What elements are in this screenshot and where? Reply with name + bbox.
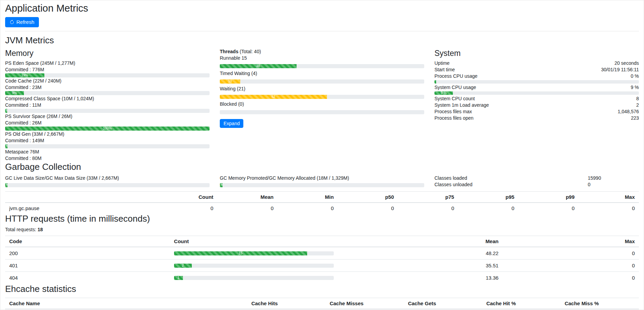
gc-pause-p75: 0	[398, 203, 458, 213]
memory-progress-track: 1%	[5, 109, 210, 113]
system-row-label: System CPU usage	[434, 84, 476, 91]
http-count-progress-track: 15	[174, 251, 334, 255]
gc-table-header-max: Max	[579, 191, 639, 203]
application-metrics-page: Application Metrics Refresh JVM Metrics …	[0, 0, 644, 309]
classes-loaded-label: Classes loaded	[434, 175, 588, 181]
thread-label: Blocked (0)	[220, 101, 424, 107]
thread-progress-track: 10	[220, 79, 424, 84]
memory-progress-bar: 9%	[5, 91, 24, 95]
total-requests-label: Total requests:	[5, 227, 36, 232]
http-count-progress-track: 1	[174, 276, 334, 280]
classes-unloaded-value: 0	[588, 181, 590, 188]
gc-promoted-progress-bar: 1%	[220, 183, 223, 187]
system-row: System 1m Load average 2	[434, 102, 639, 108]
gc-promoted-progress-track: 1%	[220, 183, 424, 187]
http-requests-heading: HTTP requests (time in milliseconds)	[5, 213, 639, 224]
http-row-200: 200 15 48.22 0	[5, 247, 639, 260]
system-row: Start time 30/01/19 11:56:11	[434, 67, 639, 73]
http-max: 0	[503, 260, 639, 272]
thread-progress-bar: 52	[220, 95, 327, 99]
system-column: System Uptime 20 seconds Start time 30/0…	[434, 48, 639, 162]
http-table-header-max: Max	[503, 236, 639, 247]
http-table-header-code: Code	[5, 236, 170, 247]
system-row-value: 1,048,576	[618, 108, 639, 115]
system-row: System CPU usage 9 %	[434, 84, 639, 91]
memory-item: PS Eden Space (245M / 1,277M) Committed …	[5, 60, 210, 77]
memory-committed: Committed : 11M	[5, 102, 210, 108]
thread-progress-track: 38	[220, 64, 424, 68]
system-row-value: 20 seconds	[614, 60, 639, 67]
gc-table-header-count: Count	[157, 191, 217, 203]
memory-progress-bar: 1%	[5, 109, 7, 113]
gc-table-header-mean: Mean	[217, 191, 277, 203]
memory-item: Code Cache (22M / 240M) Committed : 23M …	[5, 78, 210, 95]
http-mean: 13.36	[338, 272, 503, 284]
gc-table-header-min: Min	[278, 191, 338, 203]
http-code: 404	[5, 272, 170, 284]
threads-heading-bold: Threads	[220, 49, 238, 54]
gc-pause-p99: 0	[518, 203, 578, 213]
http-code: 401	[5, 260, 170, 272]
ehcache-header-cache-gets: Cache Gets	[404, 298, 482, 309]
system-heading: System	[434, 48, 639, 58]
http-count-progress-bar: 1	[174, 276, 183, 280]
system-row: Uptime 20 seconds	[434, 60, 639, 67]
http-table-header-mean: Mean	[338, 236, 503, 247]
gc-table-header-p95: p95	[458, 191, 518, 203]
memory-committed: Committed : 80M	[5, 155, 210, 162]
gc-live-data-label: GC Live Data Size/GC Max Data Size (33M …	[5, 175, 210, 181]
ehcache-header-cache-miss-pct: Cache Miss %	[560, 298, 639, 309]
system-row-value: 30/01/19 11:56:11	[601, 67, 639, 73]
memory-item: Compressed Class Space (10M / 1,024M) Co…	[5, 95, 210, 113]
http-count-progress-bar: 2	[174, 264, 192, 268]
http-count-progress-bar: 15	[174, 251, 307, 255]
system-row: Process files open 223	[434, 115, 639, 121]
refresh-button-label: Refresh	[16, 19, 34, 25]
system-cpu-progress-bar: 9 %	[434, 91, 453, 95]
memory-progress-track: 1%	[5, 144, 210, 148]
ehcache-header-cache-hit-pct: Cache Hit %	[482, 298, 561, 309]
system-row-value: 223	[631, 115, 639, 121]
gc-pause-name: jvm.gc.pause	[5, 203, 157, 213]
gc-promoted-label: GC Memory Promoted/GC Memory Allocated (…	[220, 175, 424, 181]
http-code: 200	[5, 247, 170, 260]
gc-heading: Garbage Collection	[5, 162, 639, 172]
gc-table: Count Mean Min p50 p75 p95 p99 Max jvm.g…	[5, 191, 639, 213]
gc-classes-block: Classes loaded 15990 Classes unloaded 0	[434, 175, 639, 188]
thread-item: Timed Waiting (4) 10	[220, 70, 424, 84]
system-row-value: 0 %	[631, 73, 639, 79]
gc-row: GC Live Data Size/GC Max Data Size (33M …	[5, 175, 639, 188]
memory-heading: Memory	[5, 48, 210, 58]
threads-heading-total: (Total: 40)	[238, 49, 261, 54]
classes-loaded-row: Classes loaded 15990	[434, 175, 639, 181]
gc-table-header-p50: p50	[338, 191, 398, 203]
memory-item: Metaspace 76M Committed : 80M	[5, 149, 210, 162]
system-row-label: System 1m Load average	[434, 102, 489, 108]
http-max: 0	[503, 272, 639, 284]
memory-label: PS Survivor Space (26M / 26M)	[5, 113, 210, 120]
system-row-label: Start time	[434, 67, 455, 73]
classes-unloaded-label: Classes unloaded	[434, 181, 588, 188]
memory-progress-bar: 19%	[5, 73, 44, 77]
memory-progress-track: 9%	[5, 91, 210, 95]
gc-pause-mean: 0	[217, 203, 277, 213]
thread-label: Waiting (21)	[220, 86, 424, 92]
memory-label: Metaspace 76M	[5, 149, 210, 155]
ehcache-table: Cache Name Cache Hits Cache Misses Cache…	[5, 298, 639, 309]
gc-table-header-p99: p99	[518, 191, 578, 203]
ehcache-header-cache-hits: Cache Hits	[247, 298, 326, 309]
system-row-label: Process files max	[434, 108, 472, 115]
expand-button[interactable]: Expand	[220, 119, 243, 128]
gc-table-header	[5, 191, 157, 203]
system-row-label: Uptime	[434, 60, 449, 67]
system-row-label: Process CPU usage	[434, 73, 477, 79]
http-table-header-count: Count	[170, 236, 338, 247]
system-row-label: Process files open	[434, 115, 473, 121]
thread-label: Runnable 15	[220, 55, 424, 61]
memory-label: Compressed Class Space (10M / 1,024M)	[5, 95, 210, 102]
refresh-button[interactable]: Refresh	[5, 17, 39, 27]
threads-heading: Threads (Total: 40)	[220, 48, 424, 55]
thread-label: Timed Waiting (4)	[220, 70, 424, 77]
system-row: Process files max 1,048,576	[434, 108, 639, 115]
thread-progress-track: 52	[220, 95, 424, 99]
